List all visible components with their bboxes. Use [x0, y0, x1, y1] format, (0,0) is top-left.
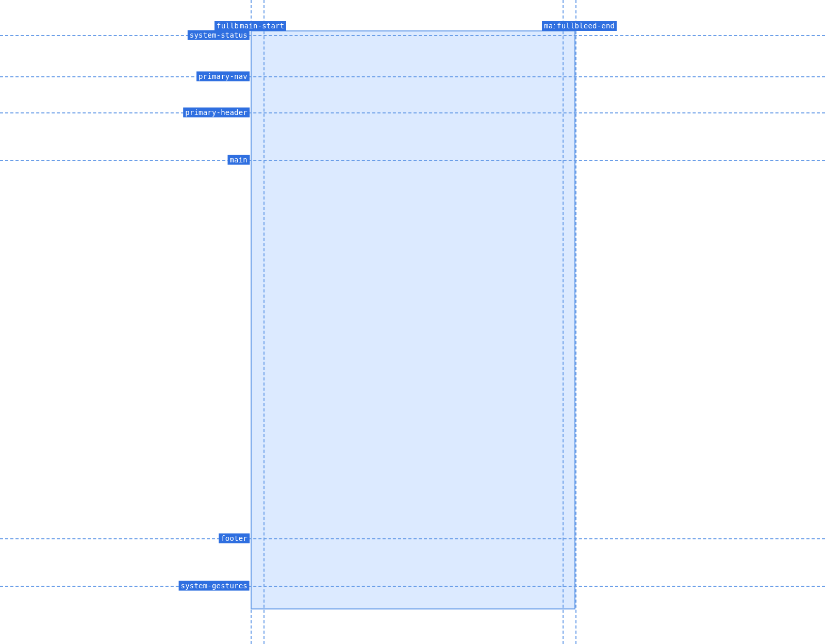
row-line-primary-header — [0, 112, 825, 113]
col-line-fullbleed-end — [575, 0, 576, 644]
grid-area-highlight — [251, 30, 575, 609]
row-line-system-gestures — [0, 586, 825, 587]
col-line-main-start — [263, 0, 265, 644]
row-line-system-status — [0, 35, 825, 36]
label-footer: footer — [219, 534, 250, 543]
row-line-footer — [0, 538, 825, 539]
label-main: main — [227, 155, 250, 165]
row-line-main — [0, 160, 825, 161]
grid-overlay: fullbleed-start main-start main-end full… — [0, 0, 825, 644]
label-main-start: main-start — [238, 21, 286, 31]
label-primary-header: primary-header — [183, 108, 250, 118]
label-fullbleed-end: fullbleed-end — [555, 21, 617, 31]
label-primary-nav: primary-nav — [196, 72, 250, 81]
label-system-status: system-status — [188, 30, 250, 40]
row-line-primary-nav — [0, 76, 825, 77]
col-line-fullbleed-start — [251, 0, 252, 644]
col-line-main-end — [563, 0, 564, 644]
label-system-gestures: system-gestures — [179, 581, 250, 591]
